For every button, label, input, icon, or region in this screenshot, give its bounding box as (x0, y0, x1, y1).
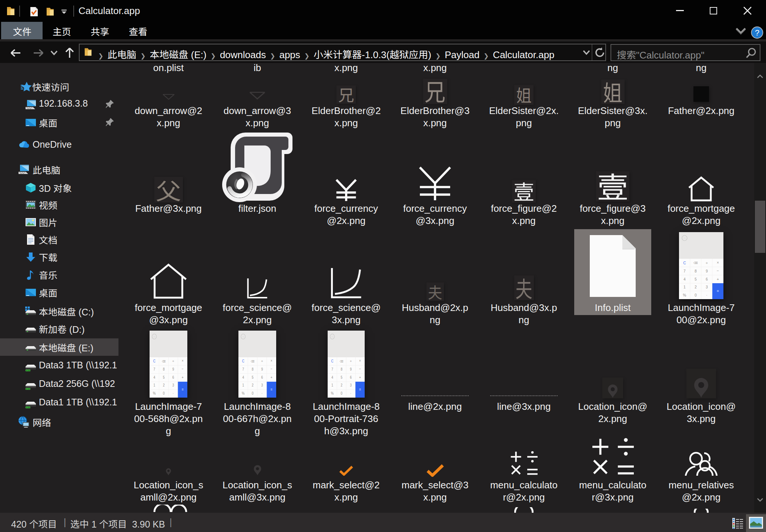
svg-text:?: ? (755, 28, 759, 37)
